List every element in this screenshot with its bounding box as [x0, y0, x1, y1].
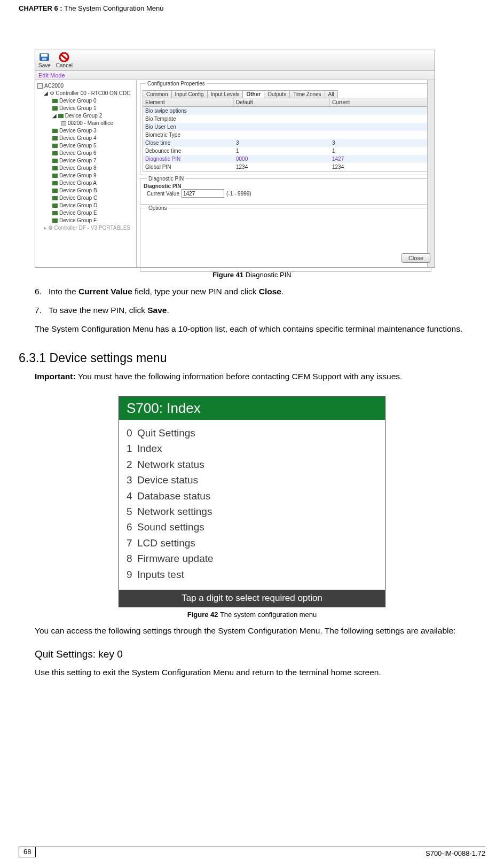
tree-group[interactable]: Device Group 6 — [36, 150, 135, 157]
tab-other[interactable]: Other — [242, 90, 264, 98]
page-number: 68 — [19, 847, 36, 857]
current-value-range: (-1 - 9999) — [226, 191, 251, 197]
cancel-button[interactable]: Cancel — [56, 52, 73, 68]
floppy-icon — [38, 52, 50, 62]
para-sysconfig: The System Configuration Menu has a 10-o… — [35, 324, 485, 335]
panel-title: Configuration Properties — [146, 81, 207, 87]
edit-mode-indicator: Edit Mode — [35, 71, 435, 80]
table-row[interactable]: Bio Template — [143, 115, 429, 123]
tree-group[interactable]: Device Group F — [36, 217, 135, 224]
current-value-row: Current Value (-1 - 9999) — [144, 189, 428, 201]
table-row[interactable]: Close time33 — [143, 139, 429, 147]
doc-id: S700-IM-0088-1.72 — [426, 849, 485, 857]
para-access: You can access the following settings th… — [35, 625, 485, 637]
col-element[interactable]: Element — [143, 98, 234, 106]
menu-item-device-status[interactable]: 3Device status — [127, 472, 377, 488]
tree-group[interactable]: Device Group 3 — [36, 127, 135, 135]
table-row[interactable]: Bio swipe options — [143, 107, 429, 115]
heading-quit-settings: Quit Settings: key 0 — [35, 648, 485, 660]
tabs: Common Input Config Input Levels Other O… — [143, 90, 429, 98]
tree-group[interactable]: Device Group 5 — [36, 142, 135, 150]
s700-menu-list: 0Quit Settings 1Index 2Network status 3D… — [119, 420, 385, 590]
table-row[interactable]: Global PIN12341234 — [143, 163, 429, 171]
save-label: Save — [38, 62, 51, 68]
tree-controller-df[interactable]: ▸ ⚙ Controller DF - V3 PORTABLES — [36, 224, 135, 232]
tab-common[interactable]: Common — [143, 90, 172, 98]
tree-group[interactable]: Device Group C — [36, 194, 135, 202]
config-right-panel: Configuration Properties Common Input Co… — [137, 80, 435, 267]
figure-41-caption: Figure 41 Diagnostic PIN — [19, 271, 485, 279]
tree-group[interactable]: Device Group 1 — [36, 105, 135, 112]
chapter-label: CHAPTER 6 : — [19, 4, 62, 12]
s700-index-screen: S700: Index 0Quit Settings 1Index 2Netwo… — [119, 396, 385, 607]
menu-item-network-status[interactable]: 2Network status — [127, 457, 377, 472]
step-6: 6.Into the Current Value field, type you… — [35, 286, 485, 298]
tree-group[interactable]: Device Group 8 — [36, 165, 135, 172]
step-7: 7.To save the new PIN, click Save. — [35, 305, 485, 316]
save-button[interactable]: Save — [38, 52, 51, 68]
tree-group[interactable]: Device Group A — [36, 179, 135, 187]
menu-item-network-settings[interactable]: 5Network settings — [127, 504, 377, 519]
current-value-input[interactable] — [182, 189, 224, 198]
table-row-selected[interactable]: Diagnostic PIN00001427 — [143, 155, 429, 163]
tree-group[interactable]: Device Group 4 — [36, 135, 135, 142]
svg-line-4 — [61, 54, 67, 60]
diag-group-sub: Diagnostic PIN — [144, 183, 428, 189]
options-title: Options — [147, 205, 168, 211]
tree-root[interactable]: AC2000 — [36, 82, 135, 90]
device-tree[interactable]: AC2000 ◢ ⚙ Controller 00 - RTC00 ON CDC … — [35, 80, 137, 267]
tree-group[interactable]: Device Group D — [36, 202, 135, 209]
diag-group-title: Diagnostic PIN — [147, 176, 185, 182]
window-toolbar: Save Cancel — [35, 50, 435, 71]
tab-input-config[interactable]: Input Config — [171, 90, 208, 98]
menu-item-database-status[interactable]: 4Database status — [127, 488, 377, 504]
heading-device-settings: 6.3.1 Device settings menu — [19, 351, 485, 365]
tree-group[interactable]: Device Group E — [36, 209, 135, 217]
tree-controller[interactable]: ◢ ⚙ Controller 00 - RTC00 ON CDC — [36, 90, 135, 97]
tab-outputs[interactable]: Outputs — [264, 90, 290, 98]
menu-item-quit[interactable]: 0Quit Settings — [127, 425, 377, 441]
s700-title: S700: Index — [119, 397, 385, 420]
tab-input-levels[interactable]: Input Levels — [207, 90, 243, 98]
tree-group[interactable]: Device Group 0 — [36, 97, 135, 105]
menu-item-index[interactable]: 1Index — [127, 441, 377, 456]
figure-42-caption: Figure 42 The system configuration menu — [19, 611, 485, 619]
tree-group[interactable]: ◢ Device Group 2 — [36, 112, 135, 120]
menu-item-lcd-settings[interactable]: 7LCD settings — [127, 535, 377, 551]
s700-footer-hint: Tap a digit to select required option — [119, 590, 385, 607]
important-note: Important: You must have the following i… — [35, 372, 485, 381]
tree-leaf-main-office[interactable]: 00200 - Main office — [36, 120, 135, 127]
cancel-icon — [58, 52, 70, 62]
tree-group[interactable]: Device Group B — [36, 187, 135, 194]
col-current[interactable]: Current — [330, 98, 428, 106]
scrollbar[interactable] — [427, 80, 435, 267]
chapter-header: CHAPTER 6 : The System Configuration Men… — [19, 0, 485, 12]
table-row[interactable]: Debounce time11 — [143, 147, 429, 155]
cancel-label: Cancel — [56, 62, 73, 68]
table-header: Element Default Current — [143, 98, 429, 107]
current-value-label: Current Value — [147, 191, 179, 197]
svg-rect-1 — [41, 54, 48, 57]
table-row[interactable]: Bio User Len — [143, 123, 429, 131]
page-footer: 68 S700-IM-0088-1.72 — [19, 847, 485, 857]
menu-item-firmware-update[interactable]: 8Firmware update — [127, 551, 377, 566]
svg-rect-2 — [42, 58, 46, 60]
table-row[interactable]: Biometric Type — [143, 131, 429, 139]
chapter-title: The System Configuration Menu — [62, 4, 164, 12]
close-button[interactable]: Close — [401, 253, 430, 263]
menu-item-sound-settings[interactable]: 6Sound settings — [127, 519, 377, 535]
tree-group[interactable]: Device Group 7 — [36, 157, 135, 165]
para-quit: Use this setting to exit the System Conf… — [35, 667, 485, 678]
config-properties-window: Save Cancel Edit Mode AC2000 ◢ ⚙ Control… — [35, 50, 435, 268]
col-default[interactable]: Default — [234, 98, 330, 106]
menu-item-inputs-test[interactable]: 9Inputs test — [127, 567, 377, 582]
tab-time-zones[interactable]: Time Zones — [289, 90, 325, 98]
tree-group[interactable]: Device Group 9 — [36, 172, 135, 179]
tab-all[interactable]: All — [325, 90, 338, 98]
